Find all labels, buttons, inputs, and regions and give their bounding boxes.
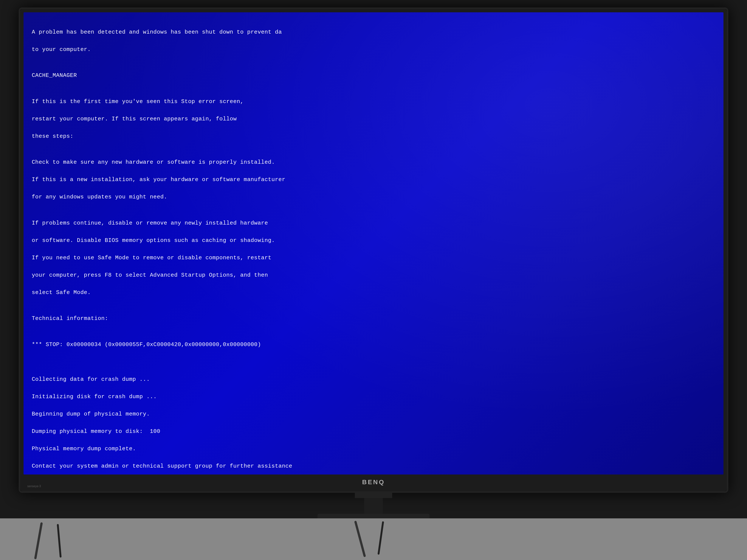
- bsod-line8: these steps:: [32, 133, 73, 139]
- bsod-line25: Collecting data for crash dump ...: [32, 376, 150, 382]
- bsod-line26: Initializing disk for crash dump ...: [32, 394, 157, 400]
- bsod-line18: select Safe Mode.: [32, 289, 91, 296]
- cable-1: [34, 522, 43, 559]
- bsod-line20: Technical information:: [32, 315, 108, 322]
- bsod-line28: Dumping physical memory to disk: 100: [32, 428, 160, 434]
- bsod-screen: A problem has been detected and windows …: [24, 12, 723, 475]
- bsod-line22: *** STOP: 0x00000034 (0x0000055F,0xC0000…: [32, 341, 261, 348]
- bsod-line10: Check to make sure any new hardware or s…: [32, 159, 275, 165]
- bsod-line17: your computer, press F8 to select Advanc…: [32, 272, 268, 278]
- monitor-stand-top: [355, 493, 392, 498]
- bsod-line6: If this is the first time you've seen th…: [32, 98, 244, 105]
- bsod-line7: restart your computer. If this screen ap…: [32, 116, 237, 122]
- monitor-bezel: A problem has been detected and windows …: [20, 9, 727, 491]
- bsod-line29: Physical memory dump complete.: [32, 446, 136, 452]
- bsod-line27: Beginning dump of physical memory.: [32, 411, 150, 417]
- monitor-bottom-bar: senseye·3 BenQ: [24, 475, 723, 489]
- cable-2: [57, 524, 61, 558]
- monitor-outer: A problem has been detected and windows …: [19, 7, 728, 493]
- monitor-stand-neck: [364, 498, 383, 514]
- monitor-logo-left: senseye·3: [27, 485, 41, 488]
- bsod-content: A problem has been detected and windows …: [32, 19, 715, 475]
- bsod-line16: If you need to use Safe Mode to remove o…: [32, 255, 272, 261]
- cable-4: [378, 521, 384, 555]
- bsod-line15: or software. Disable BIOS memory options…: [32, 237, 275, 244]
- bsod-line1: A problem has been detected and windows …: [32, 29, 282, 35]
- bsod-line11: If this is a new installation, ask your …: [32, 177, 285, 183]
- cable-3: [354, 521, 366, 557]
- monitor-brand-label: BenQ: [362, 478, 385, 486]
- bsod-line12: for any windows updates you might need.: [32, 194, 167, 200]
- bsod-line14: If problems continue, disable or remove …: [32, 220, 268, 226]
- bsod-line2: to your computer.: [32, 46, 91, 53]
- bsod-line4: CACHE_MANAGER: [32, 72, 77, 79]
- bsod-line30: Contact your system admin or technical s…: [32, 463, 292, 469]
- desk-area: [0, 518, 747, 560]
